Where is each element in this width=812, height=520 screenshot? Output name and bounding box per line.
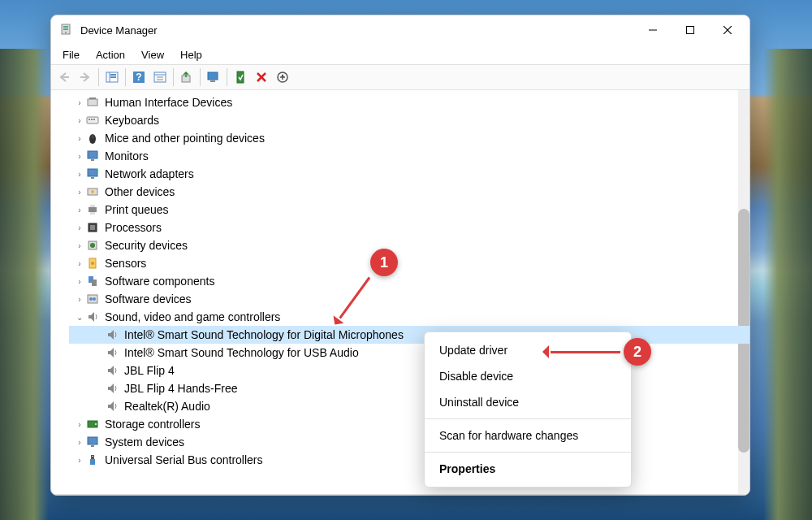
chevron-right-icon[interactable]: ›: [74, 170, 85, 179]
chevron-right-icon[interactable]: ›: [74, 277, 85, 286]
callout-2: 2: [624, 338, 651, 366]
tree-category-other[interactable]: ›Other devices: [69, 183, 749, 201]
tree-device-label: Realtek(R) Audio: [124, 400, 210, 413]
content-area: ›Human Interface Devices›Keyboards›Mice …: [51, 90, 749, 495]
menu-view[interactable]: View: [133, 47, 172, 63]
context-menu-item[interactable]: Uninstall device: [425, 389, 631, 415]
chevron-right-icon[interactable]: ›: [74, 223, 85, 232]
menubar: File Action View Help: [51, 45, 749, 64]
toolbar-separator: [98, 68, 99, 86]
system-icon: [85, 436, 100, 448]
tree-category-label: Sound, video and game controllers: [105, 310, 280, 323]
context-menu-item[interactable]: Scan for hardware changes: [425, 422, 631, 448]
toolbar-separator: [173, 68, 174, 86]
tree-category-swdev[interactable]: ›Software devices: [69, 290, 749, 308]
tree-category-network[interactable]: ›Network adapters: [69, 165, 749, 183]
tree-category-usb[interactable]: ›Universal Serial Bus controllers: [69, 451, 749, 469]
context-menu: Update driverDisable deviceUninstall dev…: [424, 332, 632, 488]
svg-rect-56: [91, 445, 94, 447]
device-manager-window: Device Manager File Action View Help ?: [50, 15, 750, 496]
tree-device-item[interactable]: JBL Flip 4 Hands-Free: [69, 379, 749, 397]
sensor-icon: [85, 257, 100, 270]
tree-category-sensor[interactable]: ›Sensors: [69, 254, 749, 272]
tree-category-sound[interactable]: ⌄Sound, video and game controllers: [69, 308, 749, 326]
tree-category-label: Print queues: [105, 203, 169, 216]
tree-category-printer[interactable]: ›Print queues: [69, 201, 749, 219]
toolbar-separator: [227, 68, 227, 86]
scan-hardware-button[interactable]: [204, 67, 223, 87]
chevron-right-icon[interactable]: ›: [74, 295, 85, 304]
context-menu-item[interactable]: Disable device: [425, 363, 631, 389]
window-controls: [634, 17, 746, 43]
wallpaper-cliff-left: [0, 49, 49, 520]
toolbar-separator: [125, 68, 126, 86]
properties-button[interactable]: [150, 67, 170, 87]
svg-rect-2: [63, 28, 68, 30]
other-icon: [85, 185, 100, 198]
chevron-right-icon[interactable]: ›: [74, 438, 85, 447]
hid-icon: [85, 96, 100, 109]
enable-device-button[interactable]: [231, 67, 250, 87]
svg-rect-43: [90, 225, 95, 230]
chevron-right-icon[interactable]: ›: [74, 188, 85, 197]
svg-rect-55: [88, 437, 97, 444]
tree-category-security[interactable]: ›Security devices: [69, 236, 749, 254]
update-driver-button[interactable]: [177, 67, 197, 87]
chevron-right-icon[interactable]: ›: [74, 134, 85, 143]
tree-device-item[interactable]: JBL Flip 4: [69, 362, 749, 379]
menu-help[interactable]: Help: [172, 47, 210, 63]
svg-rect-24: [88, 99, 97, 106]
chevron-down-icon[interactable]: ⌄: [74, 313, 85, 322]
minimize-button[interactable]: [634, 17, 672, 43]
titlebar[interactable]: Device Manager: [51, 15, 749, 45]
context-menu-item[interactable]: Properties: [425, 456, 631, 482]
sound-icon: [85, 310, 100, 323]
tree-category-mouse[interactable]: ›Mice and other pointing devices: [69, 129, 749, 147]
sound-icon: [105, 346, 119, 359]
svg-rect-1: [63, 26, 68, 28]
tree-category-keyboard[interactable]: ›Keyboards: [69, 111, 749, 129]
context-menu-item[interactable]: Update driver: [425, 337, 631, 363]
svg-rect-57: [91, 455, 94, 459]
back-button[interactable]: [54, 67, 74, 87]
tree-device-item[interactable]: Realtek(R) Audio: [69, 397, 749, 415]
chevron-right-icon[interactable]: ›: [74, 456, 85, 465]
svg-text:?: ?: [136, 72, 141, 83]
app-icon: [59, 24, 72, 37]
forward-button[interactable]: [76, 67, 95, 87]
storage-icon: [85, 418, 100, 431]
help-button[interactable]: ?: [129, 67, 149, 87]
svg-marker-23: [281, 74, 284, 77]
chevron-right-icon[interactable]: ›: [74, 241, 85, 250]
svg-point-51: [89, 297, 93, 301]
chevron-right-icon[interactable]: ›: [74, 206, 85, 214]
chevron-right-icon[interactable]: ›: [74, 152, 85, 161]
device-tree[interactable]: ›Human Interface Devices›Keyboards›Mice …: [51, 90, 749, 494]
chevron-right-icon[interactable]: ›: [74, 98, 85, 107]
tree-category-label: Storage controllers: [105, 418, 201, 431]
tree-category-hid[interactable]: ›Human Interface Devices: [69, 93, 749, 111]
svg-point-47: [91, 262, 94, 265]
tree-category-system[interactable]: ›System devices: [69, 433, 749, 451]
menu-file[interactable]: File: [54, 47, 88, 63]
chevron-right-icon[interactable]: ›: [74, 420, 85, 429]
tree-category-swcomp[interactable]: ›Software components: [69, 272, 749, 290]
svg-rect-27: [89, 119, 90, 120]
uninstall-button[interactable]: [252, 67, 271, 87]
disable-device-button[interactable]: [273, 67, 292, 87]
show-hide-tree-button[interactable]: [102, 67, 122, 87]
tree-device-label: JBL Flip 4 Hands-Free: [124, 382, 238, 395]
tree-category-cpu[interactable]: ›Processors: [69, 219, 749, 236]
tree-category-monitor[interactable]: ›Monitors: [69, 147, 749, 165]
printer-icon: [85, 203, 100, 216]
usb-icon: [85, 453, 100, 466]
maximize-button[interactable]: [672, 17, 709, 43]
tree-category-storage[interactable]: ›Storage controllers: [69, 415, 749, 433]
tree-device-item[interactable]: Intel® Smart Sound Technology for Digita…: [69, 326, 749, 344]
menu-action[interactable]: Action: [88, 47, 133, 63]
chevron-right-icon[interactable]: ›: [74, 116, 85, 125]
svg-point-54: [95, 423, 97, 425]
chevron-right-icon[interactable]: ›: [74, 259, 85, 268]
close-button[interactable]: [709, 17, 746, 43]
tree-device-label: Intel® Smart Sound Technology for Digita…: [124, 328, 404, 341]
